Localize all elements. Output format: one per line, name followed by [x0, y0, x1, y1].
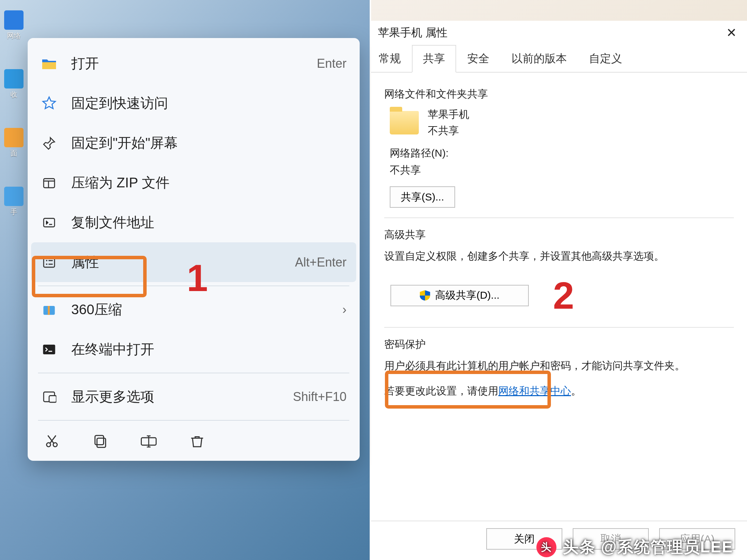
rename-icon[interactable]: [138, 431, 159, 452]
close-icon[interactable]: ✕: [723, 26, 740, 40]
svg-rect-1: [44, 218, 55, 227]
properties-icon: [41, 254, 57, 271]
tab-sharing[interactable]: 共享: [412, 45, 456, 73]
menu-hint: Shift+F10: [293, 390, 347, 404]
separator: [384, 217, 734, 218]
tab-general[interactable]: 常规: [375, 45, 412, 73]
menu-pin-quick[interactable]: 固定到快速访问: [31, 83, 356, 123]
svg-rect-13: [95, 436, 104, 445]
menu-label: 在终端中打开: [71, 340, 347, 359]
folder-summary: 苹果手机 不共享: [390, 108, 734, 138]
pin-icon: [41, 135, 57, 151]
menu-copy-path[interactable]: 复制文件地址: [31, 203, 356, 242]
menu-hint: Enter: [317, 56, 347, 71]
terminal-icon: [41, 341, 57, 358]
svg-rect-12: [97, 438, 105, 447]
separator: [384, 327, 734, 328]
separator: [38, 373, 349, 373]
copy-icon[interactable]: [90, 431, 111, 452]
svg-rect-6: [48, 306, 50, 315]
copy-path-icon: [41, 214, 57, 231]
svg-rect-0: [44, 178, 55, 187]
titlebar: 苹果手机 属性 ✕: [371, 21, 747, 45]
delete-icon[interactable]: [187, 431, 208, 452]
section-password: 密码保护: [384, 337, 734, 352]
tab-body: 网络文件和文件夹共享 苹果手机 不共享 网络路径(N): 不共享 共享(S)..…: [371, 73, 747, 521]
star-icon: [41, 95, 57, 112]
folder-open-icon: [41, 55, 57, 72]
menu-pin-start[interactable]: 固定到"开始"屏幕: [31, 123, 356, 163]
desktop-icon[interactable]: 手: [2, 187, 26, 225]
menu-label: 压缩为 ZIP 文件: [71, 173, 347, 192]
watermark-logo: 头: [536, 537, 556, 557]
menu-terminal[interactable]: 在终端中打开: [31, 329, 356, 369]
advanced-share-desc: 设置自定义权限，创建多个共享，并设置其他高级共享选项。: [384, 248, 734, 264]
right-panel: 苹果手机 属性 ✕ 常规 共享 安全 以前的版本 自定义 网络文件和文件夹共享 …: [371, 0, 747, 560]
tab-customize[interactable]: 自定义: [578, 45, 633, 73]
network-path-label: 网络路径(N):: [390, 146, 734, 160]
desktop-icon[interactable]: 收: [2, 69, 26, 107]
menu-hint: Alt+Enter: [295, 255, 347, 270]
tab-strip: 常规 共享 安全 以前的版本 自定义: [371, 45, 747, 73]
section-net-share: 网络文件和文件夹共享: [384, 87, 734, 101]
svg-rect-2: [44, 258, 55, 267]
svg-rect-9: [49, 395, 56, 402]
dialog-title: 苹果手机 属性: [378, 25, 448, 40]
section-advanced-share: 高级共享: [384, 228, 734, 242]
desktop-icons: 网络 收 面 手: [0, 0, 28, 560]
menu-label: 固定到快速访问: [71, 94, 347, 113]
more-icon: [41, 389, 57, 405]
svg-point-3: [46, 260, 47, 261]
watermark: 头 头条 @系统管理员LEE: [536, 536, 733, 558]
callout-number-2: 2: [553, 273, 574, 317]
password-desc: 用户必须具有此计算机的用户帐户和密码，才能访问共享文件夹。: [384, 358, 734, 373]
chevron-right-icon: ›: [342, 302, 347, 317]
context-menu: 打开 Enter 固定到快速访问 固定到"开始"屏幕 压缩为 ZIP 文件 复制…: [28, 38, 360, 461]
svg-point-4: [46, 263, 47, 265]
share-button[interactable]: 共享(S)...: [390, 186, 455, 208]
network-path-value: 不共享: [390, 163, 734, 177]
archive-icon: [41, 175, 57, 191]
menu-zip[interactable]: 压缩为 ZIP 文件: [31, 163, 356, 203]
network-sharing-center-link[interactable]: 网络和共享中心: [498, 385, 571, 396]
menu-show-more[interactable]: 显示更多选项 Shift+F10: [31, 377, 356, 417]
menu-label: 复制文件地址: [71, 213, 347, 232]
folder-status: 不共享: [428, 124, 469, 138]
desktop-icon[interactable]: 面: [2, 128, 26, 166]
desktop-icon[interactable]: 网络: [2, 10, 26, 48]
360zip-icon: [41, 301, 57, 318]
svg-rect-7: [43, 345, 55, 354]
advanced-share-button[interactable]: 高级共享(D)...: [390, 285, 529, 306]
advanced-share-label: 高级共享(D)...: [435, 288, 500, 302]
folder-name: 苹果手机: [428, 108, 469, 122]
tab-security[interactable]: 安全: [456, 45, 500, 73]
separator: [38, 420, 349, 421]
menu-open[interactable]: 打开 Enter: [31, 44, 356, 83]
menu-label: 打开: [71, 54, 317, 73]
tab-previous-versions[interactable]: 以前的版本: [500, 45, 578, 73]
context-toolbar: [31, 424, 356, 455]
password-change: 若要更改此设置，请使用网络和共享中心。: [384, 383, 734, 399]
menu-label: 360压缩: [71, 300, 342, 319]
menu-label: 属性: [71, 253, 295, 272]
watermark-text: 头条 @系统管理员LEE: [563, 536, 733, 558]
menu-label: 固定到"开始"屏幕: [71, 133, 347, 152]
cut-icon[interactable]: [42, 431, 62, 452]
callout-number-1: 1: [187, 256, 208, 300]
folder-icon: [390, 111, 419, 134]
menu-label: 显示更多选项: [71, 387, 293, 406]
shield-icon: [420, 290, 430, 301]
properties-dialog: 苹果手机 属性 ✕ 常规 共享 安全 以前的版本 自定义 网络文件和文件夹共享 …: [371, 21, 747, 560]
left-panel: 网络 收 面 手 打开 Enter 固定到快速访问 固定到"开始"屏幕 压缩为 …: [0, 0, 371, 560]
